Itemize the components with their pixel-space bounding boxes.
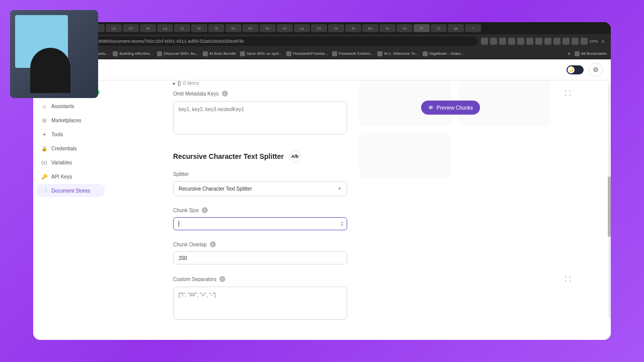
browser-tab[interactable]: Ev: [260, 24, 276, 32]
store-icon: ⊞: [41, 117, 47, 123]
extension-icon[interactable]: [526, 38, 533, 45]
separators-label: Custom Separators: [173, 277, 216, 282]
chunk-size-input[interactable]: ▲▼: [173, 217, 347, 230]
bookmark-item[interactable]: FlowiseAI Embed...: [332, 51, 373, 56]
all-bookmarks[interactable]: All Bookmarks: [575, 51, 607, 56]
info-icon[interactable]: i: [202, 207, 208, 213]
scrollbar-thumb[interactable]: [608, 176, 611, 237]
info-icon[interactable]: i: [219, 276, 225, 282]
number-spinner[interactable]: ▲▼: [341, 221, 344, 227]
omit-metadata-input[interactable]: [173, 101, 347, 134]
moon-icon: 🌙: [568, 66, 575, 73]
lock-icon: 🔒: [41, 145, 47, 151]
bookmarks-overflow[interactable]: »: [568, 51, 571, 56]
assistant-icon: ☺: [41, 103, 47, 109]
browser-tab[interactable]: Ai: [345, 24, 361, 32]
bookmark-item[interactable]: Building effective...: [113, 51, 153, 56]
browser-tab[interactable]: La: [106, 24, 122, 32]
sidebar-item-variables[interactable]: (x) Variables: [36, 156, 105, 169]
info-icon[interactable]: i: [210, 241, 216, 247]
browser-tab[interactable]: La: [294, 24, 310, 32]
webcam-overlay: [10, 10, 98, 98]
preview-chunks-label: Preview Chunks: [437, 105, 473, 111]
browser-tab-strip: Ri In Ri I La Ch Ar La Ci M Si Ev Ex Ev …: [33, 22, 611, 34]
gear-icon[interactable]: ⚙: [589, 63, 603, 77]
sidebar-item-label: Document Stores: [51, 188, 90, 194]
extension-icon[interactable]: [508, 38, 515, 45]
browser-tab[interactable]: M: [191, 24, 207, 32]
vpn-label: VPN: [590, 39, 598, 44]
browser-tab[interactable]: Ev: [225, 24, 242, 32]
extension-icon[interactable]: [481, 38, 488, 45]
extension-icon[interactable]: [490, 38, 497, 45]
sidebar-item-credentials[interactable]: 🔒 Credentials: [36, 142, 105, 155]
url-input[interactable]: ⓘ localhost:8080/document-stores/792c15c…: [67, 37, 478, 46]
browser-tab[interactable]: Bu: [362, 24, 378, 32]
expand-icon[interactable]: ⛶: [565, 276, 571, 283]
browser-tab[interactable]: Cr: [431, 24, 447, 32]
browser-tab[interactable]: Ar: [140, 24, 156, 32]
browser-tab[interactable]: br: [328, 24, 344, 32]
splitter-label: Splitter: [173, 171, 189, 177]
document-icon: 📄: [41, 188, 47, 194]
bookmark-item[interactable]: AI Bots Bundle: [203, 51, 236, 56]
bookmark-item[interactable]: W.1. Welcome To...: [377, 51, 419, 56]
sidebar-item-marketplaces[interactable]: ⊞ Marketplaces: [36, 114, 105, 127]
extension-icon[interactable]: [581, 38, 588, 45]
extension-icon[interactable]: [544, 38, 551, 45]
browser-tab[interactable]: sa: [448, 24, 464, 32]
chevron-down-icon: ▼: [338, 187, 342, 191]
bookmarks-bar: uction – Saa... How to Get Startu... Bui…: [33, 48, 611, 59]
preview-chunks-button[interactable]: 👁 Preview Chunks: [421, 101, 480, 115]
browser-tab[interactable]: Yo: [396, 24, 413, 32]
section-badge-icon: A/b: [289, 150, 301, 162]
chunk-size-label: Chunk Size: [173, 208, 199, 213]
chunk-overlap-label: Chunk Overlap: [173, 242, 207, 247]
sidebar-item-apikeys[interactable]: 🔑 API Keys: [36, 170, 105, 183]
sidebar-item-label: Variables: [51, 160, 72, 165]
sidebar-item-label: Assistants: [51, 104, 74, 109]
extension-icon[interactable]: [553, 38, 560, 45]
browser-tab[interactable]: Ex: [243, 24, 259, 32]
browser-tab[interactable]: Si: [208, 24, 224, 32]
browser-tab[interactable]: Ch: [123, 24, 139, 32]
section-title: Recursive Character Text Splitter: [173, 152, 284, 160]
sidebar-item-docstores[interactable]: 📄 Document Stores: [36, 184, 105, 197]
extension-icon[interactable]: [517, 38, 524, 45]
info-icon[interactable]: i: [222, 90, 228, 97]
preview-card: [359, 133, 451, 178]
new-tab-button[interactable]: +: [465, 24, 481, 32]
text-cursor: [179, 221, 179, 227]
bookmark-item[interactable]: FlowiseAI/Flowise...: [286, 51, 329, 56]
chunk-overlap-input[interactable]: 200: [173, 251, 347, 264]
browser-tab[interactable]: Ci: [174, 24, 190, 32]
extension-icon[interactable]: [572, 38, 579, 45]
scrollbar-vertical[interactable]: [608, 82, 611, 318]
browser-tab[interactable]: Or: [277, 24, 293, 32]
sidebar-item-tools[interactable]: ✦ Tools: [36, 128, 105, 141]
preview-panel: [359, 80, 550, 178]
sidebar-item-assistants[interactable]: ☺ Assistants: [36, 100, 105, 113]
omit-metadata-label: Omit Metadata Keys: [173, 91, 219, 97]
extension-icon[interactable]: [499, 38, 506, 45]
splitter-select[interactable]: Recursive Character Text Splitter ▼: [173, 181, 347, 196]
bookmark-item[interactable]: Save 40% on syst...: [240, 51, 282, 56]
sidebar-nav: ⚘ Agentflows BETA ☺ Assistants ⊞ Marketp…: [33, 80, 108, 340]
bookmark-item[interactable]: GigaBrain - Searc...: [423, 51, 464, 56]
extension-icon[interactable]: [562, 38, 570, 45]
browser-tab[interactable]: Fl: [414, 24, 430, 32]
browser-tab[interactable]: Ch: [311, 24, 327, 32]
extension-icons: VPN ≡: [481, 38, 607, 45]
key-icon: 🔑: [41, 173, 47, 179]
browser-tab[interactable]: La: [157, 24, 173, 32]
app-top-bar: 🌙 ⚙: [33, 59, 611, 80]
sidebar-item-label: Tools: [51, 132, 63, 137]
bookmark-item[interactable]: Discover 800+ Au...: [157, 51, 199, 56]
browser-tab[interactable]: br: [379, 24, 395, 32]
tools-icon: ✦: [41, 131, 47, 137]
separators-input[interactable]: [173, 287, 347, 320]
menu-icon[interactable]: ≡: [600, 38, 607, 45]
theme-toggle[interactable]: 🌙: [567, 65, 584, 74]
extension-icon[interactable]: [535, 38, 542, 45]
expand-icon[interactable]: ⛶: [565, 90, 571, 97]
